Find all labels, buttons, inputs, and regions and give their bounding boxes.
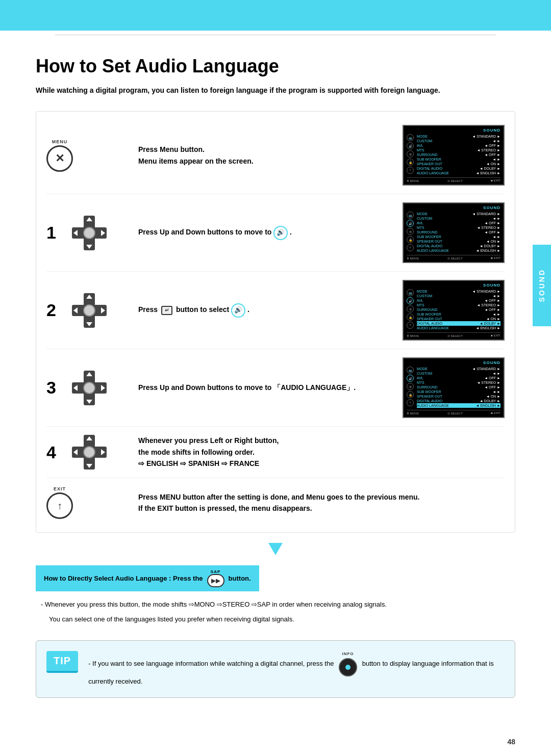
- side-tab: SOUND: [533, 245, 551, 326]
- dpad2-right: [101, 307, 105, 314]
- s3-icon-4: 🔒: [407, 391, 414, 398]
- exit-content: Press MENU button after the setting is d…: [138, 491, 505, 514]
- dpad-1: [72, 216, 107, 250]
- s1-row-surr: SURROUND ◄ OFF ►: [417, 230, 500, 234]
- step-exit: EXIT ↑ Press MENU button after the setti…: [46, 478, 505, 527]
- bullet-text-1: - Whenever you press this button, the mo…: [36, 599, 515, 610]
- s1-row-custom: CUSTOM ◄ ►: [417, 216, 500, 221]
- s2-icon-4: 🔒: [407, 314, 414, 321]
- step-4-line2: the mode shifts in following order.: [138, 448, 255, 456]
- dpad4-down: [86, 464, 92, 468]
- s3-icon-3: ⚙: [407, 383, 414, 390]
- dpad2-left: [73, 307, 78, 314]
- step-menu: MENU ✕ Press Menu button. Menu items app…: [46, 117, 505, 194]
- step-4-content: Whenever you press Left or Right button,…: [138, 435, 505, 469]
- tip-badge: TIP: [46, 651, 78, 673]
- s2-row-mts: MTS ◄ STEREO ►: [417, 303, 500, 307]
- screen-row-custom: CUSTOM ◄ ►: [417, 139, 500, 143]
- dpad3-right: [101, 385, 105, 391]
- dpad4-left: [73, 449, 78, 455]
- s1-icon-3: ⚙: [407, 228, 414, 235]
- s2-icon-5: ?: [407, 322, 414, 329]
- s2-icon-2: 🔊: [407, 297, 414, 304]
- s2-row-sub: SUB WOOFER ◄ ►: [417, 312, 500, 317]
- dpad-2: [72, 293, 107, 328]
- info-button[interactable]: [339, 658, 357, 676]
- screen-row-audio-lang: AUDIO LANGUAGE ◄ ENGLISH ►: [417, 171, 500, 175]
- tip-box: TIP - If you want to see language inform…: [36, 640, 515, 698]
- s3-row-spk: SPEAKER OUT ◄ ON ►: [417, 394, 500, 399]
- page-number: 48: [507, 738, 515, 746]
- screen-box-menu: SOUND 📺 🔊 ⚙ 🔒 ? MODE ◄ STANDAR: [403, 125, 505, 186]
- s2-row-mode: MODE ◄ STANDARD ►: [417, 289, 500, 294]
- s3-row-surr: SURROUND ◄ OFF ►: [417, 385, 500, 389]
- menu-button[interactable]: ✕: [46, 145, 73, 172]
- bullet-text-2: You can select one of the languages list…: [36, 614, 515, 625]
- sap-text: How to Directly Select Audio Language : …: [44, 575, 203, 582]
- s3-row-lang: AUDIO LANGUAGE ◄ ENGLISH ►: [417, 403, 500, 408]
- screen-row-speaker: SPEAKER OUT ◄ ON ►: [417, 162, 500, 166]
- s2-row-avl: AVL ◄ OFF ►: [417, 298, 500, 303]
- tip-text: - If you want to see language informatio…: [88, 659, 334, 667]
- s1-icon-2: 🔊: [407, 220, 414, 227]
- s1-row-avl: AVL ◄ OFF ►: [417, 221, 500, 225]
- s3-row-sub: SUB WOOFER ◄ ►: [417, 389, 500, 394]
- s3-nav: ⬆ MOVE⊙ SELECT■ EXIT: [407, 410, 500, 415]
- screen-title-3: SOUND: [407, 360, 500, 365]
- subtitle: While watching a digital program, you ca…: [36, 85, 515, 96]
- s3-row-mts: MTS ◄ STEREO ►: [417, 380, 500, 385]
- sap-button-container: SAP ▶▶: [207, 569, 224, 587]
- dpad-right-arrow: [101, 230, 105, 236]
- screen-title-2: SOUND: [407, 283, 500, 288]
- s2-row-custom: CUSTOM ◄ ►: [417, 294, 500, 298]
- s1-row-mode: MODE ◄ STANDARD ►: [417, 212, 500, 216]
- sap-button[interactable]: ▶▶: [207, 574, 224, 587]
- tip-content: - If you want to see language informatio…: [88, 651, 505, 688]
- s2-row-lang: AUDIO LANGUAGE ◄ ENGLISH ►: [417, 326, 500, 330]
- s3-icon-2: 🔊: [407, 375, 414, 382]
- dpad-up-arrow: [86, 217, 92, 221]
- s3-icon-5: ?: [407, 399, 414, 406]
- side-tab-label: SOUND: [538, 269, 546, 302]
- s3-row-avl: AVL ◄ OFF ►: [417, 376, 500, 380]
- s1-icon-4: 🔒: [407, 236, 414, 243]
- page-title: How to Set Audio Language: [36, 56, 515, 77]
- screen-box-1: SOUND 📺 🔊 ⚙ 🔒 ? MODE ◄ STANDAR: [403, 202, 505, 263]
- screen-title-1: SOUND: [407, 205, 500, 210]
- info-button-dot: [345, 665, 350, 670]
- screen-row-mode: MODE ◄ STANDARD ►: [417, 134, 500, 139]
- screen-nav: ⬆ MOVE⊙ SELECT■ EXIT: [407, 177, 500, 183]
- s3-row-custom: CUSTOM ◄ ►: [417, 371, 500, 376]
- dpad-3: [72, 371, 107, 405]
- dpad3-left: [73, 385, 78, 391]
- screen-box-2: SOUND 📺 🔊 ⚙ 🔒 ? MODE ◄ STANDAR: [403, 280, 505, 341]
- step-4-number: 4: [46, 442, 62, 462]
- exit-button[interactable]: ↑: [46, 492, 73, 519]
- dpad-down-arrow: [86, 245, 92, 249]
- main-content: How to Set Audio Language While watching…: [0, 35, 551, 718]
- step-4-line1: Whenever you press Left or Right button,: [138, 436, 279, 445]
- s2-row-spk: SPEAKER OUT ◄ ON ►: [417, 317, 500, 321]
- s1-nav: ⬆ MOVE⊙ SELECT■ EXIT: [407, 255, 500, 260]
- dpad4-right: [101, 449, 105, 455]
- screen-row-avl: AVL ◄ OFF ►: [417, 143, 500, 148]
- step-4: 4 Whenever you press Left or Right butto…: [46, 427, 505, 478]
- step-1-content: Press Up and Down buttons to move to 🔊 .: [138, 226, 397, 240]
- s2-icon-3: ⚙: [407, 305, 414, 312]
- menu-instruction: Press Menu button. Menu items appear on …: [138, 144, 397, 167]
- screen-icon-5: ?: [407, 167, 414, 174]
- step-1-instruction: Press Up and Down buttons to move to 🔊 .: [138, 228, 292, 236]
- s1-icon-1: 📺: [407, 212, 414, 219]
- sap-label: SAP: [211, 569, 220, 574]
- s1-row-lang: AUDIO LANGUAGE ◄ ENGLISH ►: [417, 248, 500, 253]
- exit-line1: Press MENU button after the setting is d…: [138, 493, 420, 501]
- screen-icon-4: 🔒: [407, 159, 414, 166]
- s3-row-dig: DIGITAL AUDIO ◄ DOLBY ►: [417, 399, 500, 403]
- s1-row-sub: SUB WOOFER ◄ ►: [417, 234, 500, 239]
- menu-line1: Press Menu button.: [138, 145, 205, 153]
- screen-row-surround: SURROUND ◄ OFF ►: [417, 152, 500, 157]
- dpad2-up: [86, 295, 92, 299]
- step-1: 1 Press Up and Down buttons to move to 🔊…: [46, 194, 505, 272]
- dpad3-up: [86, 372, 92, 376]
- step-4-line3: ⇨ ENGLISH ⇨ SPANISH ⇨ FRANCE: [138, 459, 259, 467]
